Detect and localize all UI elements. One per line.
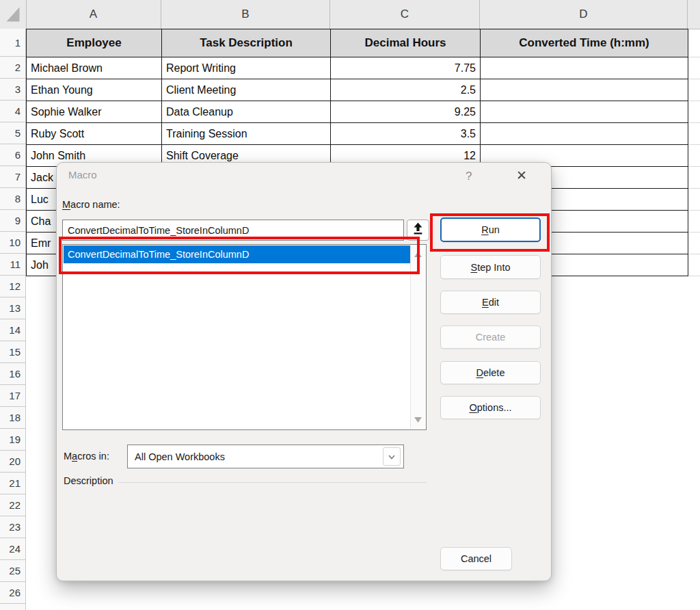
table-row: Sophie WalkerData Cleanup9.25	[27, 101, 688, 123]
row-header-14[interactable]: 14	[0, 319, 26, 341]
column-header-C[interactable]: C	[330, 0, 480, 29]
row-header-27[interactable]: 27	[0, 604, 26, 610]
row-header-15[interactable]: 15	[0, 341, 26, 363]
table-cell[interactable]	[481, 101, 688, 123]
table-cell[interactable]: 2.5	[331, 79, 481, 101]
table-cell[interactable]: Michael Brown	[27, 57, 162, 79]
row-header-7[interactable]: 7	[0, 166, 26, 188]
row-header-8[interactable]: 8	[0, 188, 26, 210]
table-cell[interactable]	[481, 123, 688, 145]
run-button[interactable]: Run	[440, 217, 541, 242]
macros-in-dropdown[interactable]: All Open Workbooks	[127, 445, 404, 468]
table-header-cell[interactable]: Converted Time (h:mm)	[481, 29, 688, 57]
table-cell[interactable]: 9.25	[331, 101, 481, 123]
description-divider	[118, 482, 427, 483]
row-header-23[interactable]: 23	[0, 516, 26, 538]
row-header-22[interactable]: 22	[0, 494, 26, 516]
macro-listbox[interactable]: ConvertDecimalToTime_StoreInColumnD	[62, 244, 427, 430]
row-header-3[interactable]: 3	[0, 79, 26, 101]
macros-in-label: Macros in:	[64, 451, 109, 462]
scroll-down-icon[interactable]	[414, 417, 422, 423]
gridlines-right-of-table	[688, 57, 700, 277]
table-cell[interactable]: 7.75	[331, 57, 481, 79]
row-header-20[interactable]: 20	[0, 451, 26, 473]
row-header-4[interactable]: 4	[0, 101, 26, 122]
step-into-button[interactable]: Step Into	[440, 255, 541, 279]
listbox-scrollbar[interactable]	[410, 246, 425, 429]
column-header-B[interactable]: B	[161, 0, 330, 29]
row-header-26[interactable]: 26	[0, 582, 26, 604]
column-header-D[interactable]: D	[480, 0, 688, 29]
table-cell[interactable]: Report Writing	[162, 57, 331, 79]
table-cell[interactable]: Training Session	[162, 123, 331, 145]
row-header-25[interactable]: 25	[0, 560, 26, 582]
row-header-17[interactable]: 17	[0, 385, 26, 407]
row-header-5[interactable]: 5	[0, 122, 26, 144]
row-header-18[interactable]: 18	[0, 407, 26, 429]
close-icon[interactable]: ✕	[516, 168, 527, 183]
row-header-19[interactable]: 19	[0, 429, 26, 451]
cancel-button[interactable]: Cancel	[440, 547, 512, 570]
table-cell[interactable]: Sophie Walker	[27, 101, 162, 123]
delete-button[interactable]: Delete	[440, 361, 541, 384]
row-header-12[interactable]: 12	[0, 276, 26, 297]
up-arrow-from-bar-icon	[412, 222, 424, 238]
row-header-21[interactable]: 21	[0, 473, 26, 494]
table-cell[interactable]: 3.5	[331, 123, 481, 145]
table-cell[interactable]: Ruby Scott	[27, 123, 162, 145]
help-icon[interactable]: ?	[466, 170, 472, 183]
macro-dialog: Macro ? ✕ Macro name: ConvertDecimalToTi…	[56, 162, 552, 581]
table-header-cell[interactable]: Decimal Hours	[331, 29, 481, 57]
row-header-2[interactable]: 2	[0, 57, 26, 79]
edit-button[interactable]: Edit	[440, 291, 541, 314]
table-cell[interactable]	[481, 79, 688, 101]
row-header-13[interactable]: 13	[0, 297, 26, 319]
table-header-cell[interactable]: Task Description	[162, 29, 331, 57]
macro-name-input[interactable]: ConvertDecimalToTime_StoreInColumnD	[62, 220, 404, 241]
row-header-1[interactable]: 1	[0, 29, 26, 57]
table-cell[interactable]: Client Meeting	[162, 79, 331, 101]
create-button[interactable]: Create	[440, 326, 541, 349]
row-header-10[interactable]: 10	[0, 232, 26, 254]
export-up-button[interactable]	[407, 220, 429, 241]
select-all-icon	[7, 8, 20, 22]
table-cell[interactable]	[481, 57, 688, 79]
table-row: Ruby ScottTraining Session3.5	[27, 123, 688, 145]
scroll-up-icon[interactable]	[414, 252, 422, 257]
macro-name-label: Macro name:	[62, 199, 120, 210]
table-cell[interactable]: Ethan Young	[27, 79, 162, 101]
macro-name-value: ConvertDecimalToTime_StoreInColumnD	[68, 225, 249, 236]
dialog-title: Macro	[68, 169, 97, 181]
select-all-corner[interactable]	[0, 0, 27, 29]
options-button[interactable]: Options...	[440, 396, 541, 419]
row-header-11[interactable]: 11	[0, 254, 26, 276]
row-header-24[interactable]: 24	[0, 538, 26, 560]
row-header-16[interactable]: 16	[0, 363, 26, 385]
row-header-9[interactable]: 9	[0, 210, 26, 232]
macro-list-item-selected[interactable]: ConvertDecimalToTime_StoreInColumnD	[64, 246, 412, 263]
table-row: Ethan YoungClient Meeting2.5	[27, 79, 688, 101]
table-header-row: EmployeeTask DescriptionDecimal HoursCon…	[27, 29, 688, 57]
chevron-down-icon[interactable]	[383, 447, 401, 466]
table-row: Michael BrownReport Writing7.75	[27, 57, 688, 79]
macros-in-value: All Open Workbooks	[135, 451, 225, 462]
description-label: Description	[64, 475, 113, 486]
column-header-A[interactable]: A	[26, 0, 161, 29]
table-header-cell[interactable]: Employee	[27, 29, 162, 57]
row-header-6[interactable]: 6	[0, 144, 26, 166]
table-cell[interactable]: Data Cleanup	[162, 101, 331, 123]
